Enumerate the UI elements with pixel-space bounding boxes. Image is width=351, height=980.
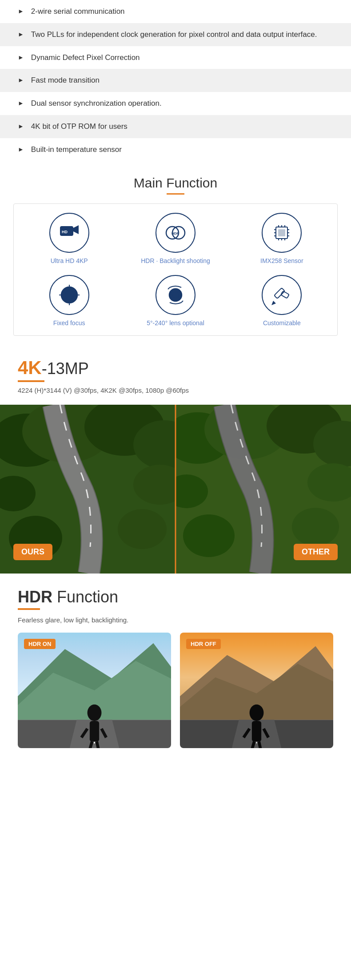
svg-point-42 bbox=[118, 509, 167, 549]
svg-marker-1 bbox=[73, 225, 79, 234]
hdr-title-em: HDR bbox=[18, 588, 52, 606]
feature-item-2: ►Two PLLs for independent clock generati… bbox=[0, 23, 351, 46]
icon-label-2: HDR · Backlight shooting bbox=[141, 257, 210, 264]
feature-text: Fast mode transition bbox=[31, 75, 100, 86]
fourk-subtitle: 4224 (H)*3144 (V) @30fps, 4K2K @30fps, 1… bbox=[18, 386, 333, 394]
icon-item-1: HDUltra HD 4KP bbox=[18, 213, 120, 264]
svg-marker-32 bbox=[271, 301, 276, 305]
hdr-images: HDR ON bbox=[18, 633, 333, 748]
fourk-section: 4K-13MP 4224 (H)*3144 (V) @30fps, 4K2K @… bbox=[0, 347, 351, 405]
comparison-right: OTHER bbox=[176, 405, 351, 574]
icon-circle-3 bbox=[262, 213, 302, 253]
icon-item-6: Customizable bbox=[231, 275, 333, 327]
svg-line-29 bbox=[181, 301, 183, 303]
hdr-underline bbox=[18, 608, 40, 610]
hdr-on-scene-svg bbox=[18, 633, 171, 748]
fourk-prefix: 4K bbox=[18, 357, 42, 378]
hdr-off-image: HDR OFF bbox=[180, 633, 333, 748]
feature-item-5: ►Dual sensor synchronization operation. bbox=[0, 92, 351, 115]
badge-ours: OURS bbox=[13, 544, 52, 560]
hdr-off-badge: HDR OFF bbox=[186, 639, 221, 649]
icons-grid-wrapper: HDUltra HD 4KPHDRHDR · Backlight shootin… bbox=[13, 203, 338, 336]
svg-rect-58 bbox=[90, 721, 99, 741]
icon-label-3: IMX258 Sensor bbox=[260, 257, 303, 264]
feature-text: 4K bit of OTP ROM for users bbox=[31, 121, 128, 132]
icon-circle-5 bbox=[156, 275, 195, 315]
hdr-on-badge: HDR ON bbox=[24, 639, 56, 649]
hdr-section: HDR Function Fearless glare, low light, … bbox=[0, 574, 351, 759]
icon-label-4: Fixed focus bbox=[53, 319, 85, 327]
icon-label-5: 5°-240° lens optional bbox=[147, 319, 204, 327]
svg-rect-7 bbox=[278, 229, 285, 236]
hdr-off-scene-svg bbox=[180, 633, 333, 748]
comparison-divider bbox=[175, 405, 176, 574]
icon-label-1: Ultra HD 4KP bbox=[51, 257, 88, 264]
feature-text: Dual sensor synchronization operation. bbox=[31, 98, 162, 109]
main-function-title: Main Function bbox=[9, 175, 342, 191]
icon-item-5: 5°-240° lens optional bbox=[124, 275, 226, 327]
svg-point-51 bbox=[292, 508, 339, 546]
hdr-title: HDR Function bbox=[18, 588, 333, 606]
feature-text: Dynamic Defect Pixel Correction bbox=[31, 52, 140, 63]
feature-arrow: ► bbox=[18, 122, 24, 131]
comparison-left: OURS bbox=[0, 405, 176, 574]
feature-arrow: ► bbox=[18, 99, 24, 108]
feature-item-3: ►Dynamic Defect Pixel Correction bbox=[0, 46, 351, 69]
comparison-container: OURS OTHER bbox=[0, 405, 351, 574]
icon-label-6: Customizable bbox=[263, 319, 301, 327]
fourk-underline bbox=[18, 380, 44, 382]
icons-grid: HDUltra HD 4KPHDRHDR · Backlight shootin… bbox=[18, 213, 333, 327]
svg-rect-31 bbox=[274, 288, 285, 299]
svg-text:HD: HD bbox=[62, 230, 68, 234]
feature-text: 2-wire serial communication bbox=[31, 6, 125, 17]
svg-point-50 bbox=[183, 514, 235, 557]
svg-text:HDR: HDR bbox=[172, 231, 179, 235]
feature-arrow: ► bbox=[18, 53, 24, 62]
svg-point-22 bbox=[68, 294, 71, 296]
icon-item-4: Fixed focus bbox=[18, 275, 120, 327]
feature-arrow: ► bbox=[18, 30, 24, 39]
hdr-on-image: HDR ON bbox=[18, 633, 171, 748]
icon-circle-6 bbox=[262, 275, 302, 315]
icon-circle-1: HD bbox=[49, 213, 89, 253]
feature-arrow: ► bbox=[18, 76, 24, 85]
feature-item-7: ►Built-in temperature sensor bbox=[0, 138, 351, 161]
hdr-subtitle: Fearless glare, low light, backlighting. bbox=[18, 616, 333, 624]
fourk-suffix: -13MP bbox=[42, 359, 89, 378]
feature-item-4: ►Fast mode transition bbox=[0, 69, 351, 92]
main-function-section: Main Function HDUltra HD 4KPHDRHDR · Bac… bbox=[0, 161, 351, 347]
feature-list: ►2-wire serial communication►Two PLLs fo… bbox=[0, 0, 351, 161]
feature-text: Built-in temperature sensor bbox=[31, 144, 122, 155]
feature-text: Two PLLs for independent clock generatio… bbox=[31, 29, 317, 40]
fourk-title: 4K-13MP bbox=[18, 357, 333, 378]
svg-point-68 bbox=[250, 704, 264, 721]
badge-other: OTHER bbox=[294, 544, 338, 560]
svg-point-28 bbox=[172, 292, 179, 298]
main-function-underline bbox=[167, 193, 184, 195]
feature-item-1: ►2-wire serial communication bbox=[0, 0, 351, 23]
icon-circle-2: HDR bbox=[156, 213, 195, 253]
feature-arrow: ► bbox=[18, 145, 24, 154]
svg-line-30 bbox=[168, 287, 170, 289]
hdr-title-rest: Function bbox=[52, 588, 118, 606]
icon-item-2: HDRHDR · Backlight shooting bbox=[124, 213, 226, 264]
icon-circle-4 bbox=[49, 275, 89, 315]
svg-point-57 bbox=[88, 704, 102, 721]
feature-item-6: ►4K bit of OTP ROM for users bbox=[0, 115, 351, 138]
svg-rect-69 bbox=[252, 721, 261, 741]
feature-arrow: ► bbox=[18, 7, 24, 16]
icon-item-3: IMX258 Sensor bbox=[231, 213, 333, 264]
svg-rect-33 bbox=[281, 291, 289, 299]
